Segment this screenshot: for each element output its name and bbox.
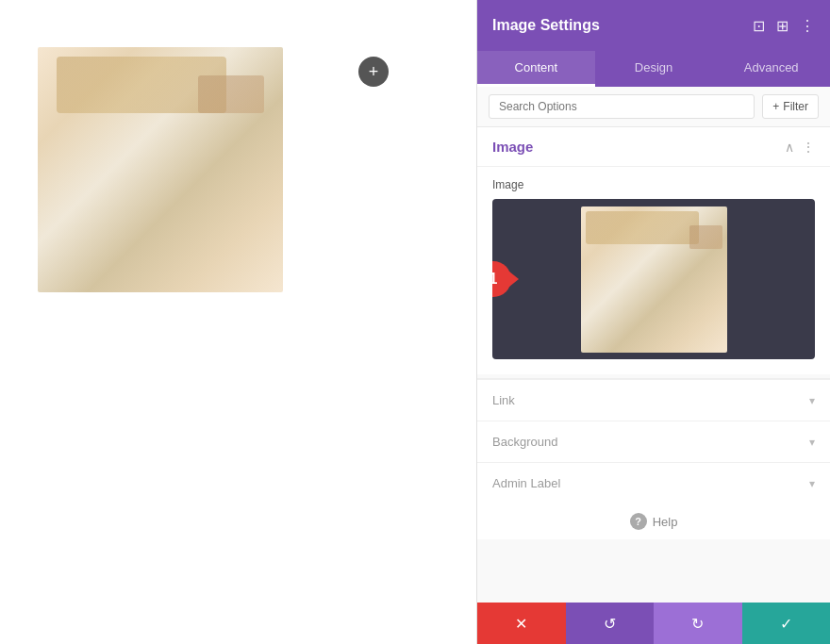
background-section-title: Background: [492, 435, 557, 449]
image-field-label: Image: [492, 178, 815, 191]
background-chevron-icon: ▾: [809, 436, 815, 449]
admin-label-section: Admin Label ▾: [477, 462, 830, 504]
canvas-image: [38, 47, 283, 292]
section-icons: ∧ ⋮: [785, 140, 815, 155]
settings-panel: Image Settings ⊡ ⊞ ⋮ Content Design Adva…: [476, 0, 830, 644]
image-section: Image ∧ ⋮ Image 1: [477, 127, 830, 374]
filter-button[interactable]: + Filter: [762, 94, 819, 119]
tab-advanced[interactable]: Advanced: [712, 51, 830, 87]
add-element-button[interactable]: +: [358, 57, 389, 87]
help-row: ? Help: [477, 504, 830, 539]
tabs-bar: Content Design Advanced: [477, 51, 830, 87]
search-input[interactable]: [489, 94, 755, 119]
image-section-title: Image: [492, 139, 533, 155]
link-section-title: Link: [492, 393, 515, 407]
redo-button[interactable]: ↻: [654, 603, 742, 644]
image-upload-area[interactable]: 1: [492, 199, 815, 359]
canvas-area: +: [0, 0, 476, 644]
help-link[interactable]: ? Help: [630, 513, 678, 530]
tab-content[interactable]: Content: [477, 51, 595, 87]
step-badge: 1: [492, 261, 511, 297]
more-options-icon[interactable]: ⋮: [800, 17, 815, 35]
background-section-header[interactable]: Background ▾: [477, 421, 830, 462]
section-menu-icon[interactable]: ⋮: [802, 140, 815, 155]
image-section-content: Image 1: [477, 167, 830, 374]
action-bar: ✕ ↺ ↻ ✓: [477, 603, 830, 644]
save-button[interactable]: ✓: [742, 603, 831, 644]
panel-header: Image Settings ⊡ ⊞ ⋮: [477, 0, 830, 51]
help-icon: ?: [630, 513, 647, 530]
admin-label-section-header[interactable]: Admin Label ▾: [477, 463, 830, 504]
link-section-header[interactable]: Link ▾: [477, 380, 830, 421]
panel-header-icons: ⊡ ⊞ ⋮: [753, 17, 815, 35]
panel-content: Image ∧ ⋮ Image 1 Lin: [477, 127, 830, 603]
image-section-header: Image ∧ ⋮: [477, 127, 830, 167]
tab-design[interactable]: Design: [595, 51, 713, 87]
columns-icon[interactable]: ⊞: [776, 17, 788, 35]
panel-title: Image Settings: [492, 17, 600, 34]
search-bar: + Filter: [477, 87, 830, 127]
undo-button[interactable]: ↺: [566, 603, 655, 644]
collapse-icon[interactable]: ∧: [785, 140, 794, 155]
cancel-button[interactable]: ✕: [477, 603, 566, 644]
link-section: Link ▾: [477, 379, 830, 421]
admin-label-chevron-icon: ▾: [809, 477, 815, 490]
responsive-icon[interactable]: ⊡: [753, 17, 765, 35]
background-section: Background ▾: [477, 421, 830, 462]
link-chevron-icon: ▾: [809, 394, 815, 407]
admin-label-section-title: Admin Label: [492, 476, 560, 490]
help-label: Help: [653, 515, 678, 529]
image-preview: [581, 206, 727, 353]
